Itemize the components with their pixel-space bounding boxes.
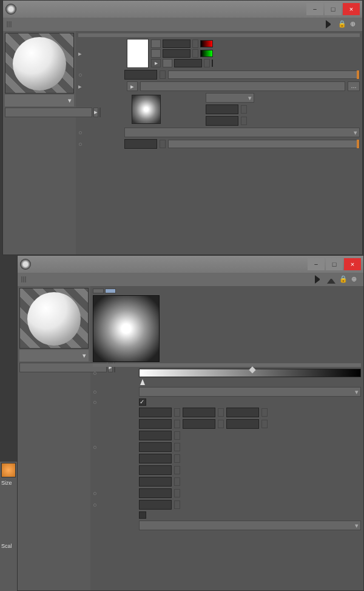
app-icon bbox=[5, 4, 16, 15]
sphere-preview bbox=[27, 292, 81, 346]
maximize-button[interactable]: □ bbox=[325, 3, 342, 15]
sphere-preview bbox=[13, 37, 66, 91]
expand-icon[interactable]: ⊕ bbox=[351, 275, 360, 284]
close-button[interactable]: × bbox=[343, 3, 360, 15]
gradient-handle[interactable] bbox=[140, 379, 145, 385]
size-label: Size bbox=[0, 479, 17, 487]
close-button[interactable]: × bbox=[344, 258, 361, 270]
angle-field[interactable] bbox=[139, 500, 172, 510]
dropdown-arrow-icon[interactable]: ▾ bbox=[83, 352, 86, 360]
b-field[interactable] bbox=[174, 59, 202, 67]
type-dropdown[interactable] bbox=[139, 387, 361, 397]
shader-preview[interactable] bbox=[93, 295, 160, 362]
sidebar: ▾ ▸ bbox=[18, 286, 90, 590]
expand-arrow-icon[interactable]: ▸ bbox=[78, 50, 84, 58]
r-field[interactable] bbox=[163, 39, 190, 48]
gradient-knot[interactable] bbox=[249, 366, 255, 373]
scal-label: Scal bbox=[0, 542, 17, 550]
color-swatch[interactable] bbox=[127, 39, 149, 68]
expand-icon[interactable]: ⊕ bbox=[350, 20, 359, 29]
end-y-field[interactable] bbox=[183, 419, 215, 429]
b-spinner[interactable] bbox=[204, 59, 210, 67]
up-arrow-icon[interactable] bbox=[327, 275, 335, 284]
turbulence-field[interactable] bbox=[139, 442, 172, 452]
b-button[interactable]: ▸ bbox=[151, 59, 161, 67]
blur-offset-spinner[interactable] bbox=[241, 105, 247, 114]
g-field[interactable] bbox=[163, 49, 190, 58]
seed-field[interactable] bbox=[139, 488, 172, 498]
titlebar[interactable]: − □ × bbox=[3, 1, 362, 18]
tab-basic[interactable] bbox=[93, 289, 104, 293]
lock-icon[interactable]: 🔒 bbox=[339, 275, 348, 284]
gradient-bar[interactable] bbox=[139, 369, 361, 377]
b-label bbox=[163, 59, 172, 67]
sidebar: ▾ ▸ bbox=[3, 31, 76, 255]
material-preview[interactable] bbox=[19, 288, 89, 349]
material-editor-window-2: − □ × 🔒 ⊕ ▾ ▸ bbox=[17, 255, 364, 591]
dropdown-arrow-icon[interactable]: ▾ bbox=[68, 97, 72, 104]
minimize-button[interactable]: − bbox=[308, 258, 325, 270]
toolbar: 🔒 ⊕ bbox=[18, 273, 363, 286]
grip-icon[interactable] bbox=[21, 276, 26, 282]
start-y-field[interactable] bbox=[183, 408, 215, 417]
red-slider[interactable] bbox=[200, 40, 213, 47]
mixstrength-spinner[interactable] bbox=[160, 140, 166, 148]
texture-menu-button[interactable]: ▸ bbox=[127, 81, 138, 91]
maximize-button[interactable]: □ bbox=[326, 258, 343, 270]
texture-thumbnail[interactable] bbox=[132, 95, 161, 124]
g-spinner[interactable] bbox=[192, 49, 198, 58]
material-name-label[interactable]: ▾ bbox=[5, 95, 74, 106]
back-arrow-icon[interactable] bbox=[326, 20, 334, 29]
grip-icon[interactable] bbox=[7, 21, 12, 27]
toolbar: 🔒 ⊕ bbox=[3, 18, 362, 31]
octaves-field[interactable] bbox=[139, 454, 172, 463]
texture-browse-button[interactable]: ... bbox=[348, 81, 360, 91]
end-x-field[interactable] bbox=[139, 419, 172, 429]
blur-offset-field[interactable] bbox=[206, 104, 238, 114]
left-edge-panel: Size Scal bbox=[0, 462, 17, 591]
space-dropdown[interactable] bbox=[139, 521, 361, 530]
blur-scale-field[interactable] bbox=[206, 116, 238, 126]
brightness-spinner[interactable] bbox=[160, 70, 166, 79]
material-editor-window-1: − □ × 🔒 ⊕ ▾ ▸ ▸ bbox=[2, 0, 363, 255]
tab-shader[interactable] bbox=[105, 289, 116, 293]
main-panel: ○ ○ ○ ○ ○ ○ bbox=[90, 286, 363, 590]
section-header bbox=[78, 33, 360, 37]
main-panel: ▸ ▸ ○ ▸▸... ○ ○ bbox=[76, 31, 362, 255]
mixstrength-field[interactable] bbox=[124, 139, 157, 149]
titlebar[interactable]: − □ × bbox=[18, 256, 363, 273]
green-slider[interactable] bbox=[200, 50, 213, 57]
r-spinner[interactable] bbox=[192, 39, 198, 48]
section-header bbox=[93, 363, 361, 367]
blue-slider[interactable] bbox=[212, 60, 213, 67]
mixstrength-slider[interactable] bbox=[168, 140, 360, 148]
absolute-checkbox[interactable] bbox=[139, 511, 146, 519]
frequency-field[interactable] bbox=[139, 477, 172, 487]
texture-name[interactable] bbox=[140, 81, 345, 91]
brightness-field[interactable] bbox=[124, 70, 157, 80]
app-icon bbox=[20, 259, 31, 270]
mixmode-dropdown[interactable] bbox=[124, 128, 360, 137]
end-z-field[interactable] bbox=[226, 419, 259, 429]
blur-scale-spinner[interactable] bbox=[241, 117, 247, 125]
radius-field[interactable] bbox=[139, 431, 172, 440]
brightness-slider[interactable] bbox=[168, 70, 360, 79]
r-button[interactable] bbox=[151, 39, 161, 48]
minimize-button[interactable]: − bbox=[306, 3, 323, 15]
g-button[interactable] bbox=[151, 49, 161, 58]
back-arrow-icon[interactable] bbox=[315, 275, 323, 284]
material-name-label[interactable]: ▾ bbox=[19, 350, 89, 361]
sampling-dropdown[interactable] bbox=[206, 93, 254, 103]
scale-field[interactable] bbox=[139, 465, 172, 475]
material-preview[interactable] bbox=[5, 33, 74, 94]
start-x-field[interactable] bbox=[139, 408, 172, 417]
move-tool-icon[interactable] bbox=[1, 463, 16, 477]
texture-arrow-icon[interactable]: ▸ bbox=[78, 83, 84, 91]
lock-icon[interactable]: 🔒 bbox=[338, 20, 346, 29]
cycle-checkbox[interactable] bbox=[139, 398, 146, 406]
start-z-field[interactable] bbox=[226, 408, 259, 417]
